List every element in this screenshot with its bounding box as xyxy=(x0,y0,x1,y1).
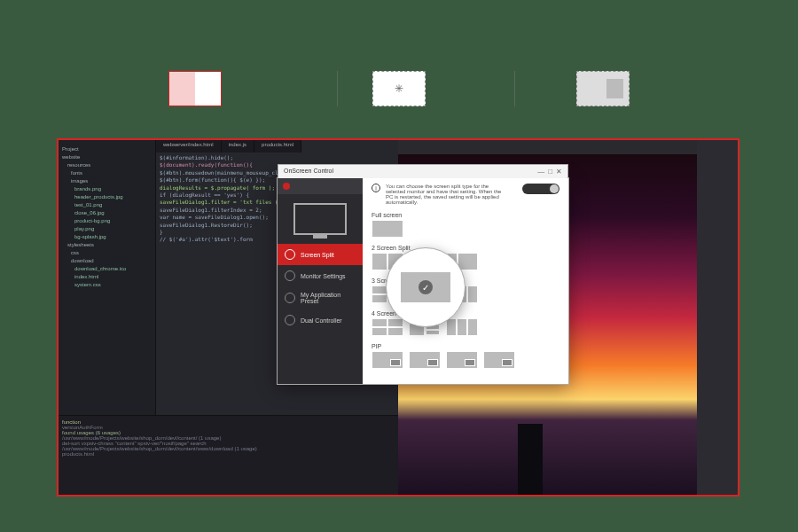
tree-file[interactable]: brands.png xyxy=(62,185,152,193)
dialog-sidebar: Screen Split Monitor Settings My Applica… xyxy=(278,178,363,384)
tree-file[interactable]: header_products.jpg xyxy=(62,193,152,201)
layout-full[interactable] xyxy=(372,220,403,238)
zoom-callout: ✓ xyxy=(386,247,466,327)
tree-root[interactable]: Project xyxy=(62,145,152,153)
layout-pip-2[interactable] xyxy=(409,351,441,369)
tree-file[interactable]: index.html xyxy=(62,273,152,281)
tree-folder[interactable]: stylesheets xyxy=(62,241,152,249)
sidebar-item-monitor-settings[interactable]: Monitor Settings xyxy=(278,265,363,286)
photo-toolbar[interactable] xyxy=(398,140,738,154)
tree-file[interactable]: test_01.png xyxy=(62,201,152,209)
grid-icon xyxy=(285,249,295,260)
layout-pip-4[interactable] xyxy=(483,351,515,369)
tree-file[interactable]: product-bg.png xyxy=(62,217,152,225)
minimize-icon[interactable]: — xyxy=(537,168,544,176)
mode-split-2[interactable] xyxy=(168,71,222,106)
layout-4a[interactable] xyxy=(372,318,403,336)
gear-icon xyxy=(285,270,295,281)
info-text: You can choose the screen split type for… xyxy=(386,184,510,205)
mode-pip[interactable] xyxy=(576,71,630,106)
tree-folder[interactable]: download xyxy=(62,257,152,265)
tree-file[interactable]: system.css xyxy=(62,281,152,289)
mode-center[interactable]: ✳ xyxy=(372,71,426,106)
info-icon: i xyxy=(372,184,380,192)
link-icon xyxy=(285,315,295,325)
layout-pip-1[interactable] xyxy=(372,351,403,369)
ultrawide-monitor-preview: Project website resources fonts images b… xyxy=(57,138,739,497)
editor-tab[interactable]: index.js xyxy=(222,140,254,153)
section-label-pip: PIP xyxy=(372,343,559,349)
tree-folder[interactable]: css xyxy=(62,249,152,257)
find-usages-panel[interactable]: function versionAuthForm found usages (6… xyxy=(59,415,398,495)
separator xyxy=(514,71,515,106)
tree-folder[interactable]: resources xyxy=(62,161,152,169)
mode-selector-row: ✳ xyxy=(0,71,798,106)
tree-folder[interactable]: images xyxy=(62,177,152,185)
info-row: i You can choose the screen split type f… xyxy=(372,184,559,205)
onscreen-control-dialog: OnScreen Control — □ ✕ Screen Split Moni… xyxy=(277,177,569,385)
tree-folder[interactable]: fonts xyxy=(62,169,152,177)
editor-tabs: webserver/index.html index.js products.h… xyxy=(156,140,301,153)
dialog-title-text: OnScreen Control xyxy=(284,168,333,176)
tree-file[interactable]: play.png xyxy=(62,225,152,233)
separator xyxy=(337,71,338,106)
photo-panels[interactable] xyxy=(697,140,738,495)
tree-file[interactable]: close_06.jpg xyxy=(62,209,152,217)
section-label-2: 2 Screen Split xyxy=(372,245,559,251)
monitor-icon xyxy=(293,203,347,235)
photo-subject xyxy=(518,424,543,495)
section-label-full: Full screen xyxy=(372,212,559,218)
hold-toggle[interactable] xyxy=(522,184,559,194)
tree-file[interactable]: bg-splash.jpg xyxy=(62,233,152,241)
dialog-titlebar[interactable]: OnScreen Control — □ ✕ xyxy=(278,164,568,178)
layout-4c[interactable] xyxy=(446,318,478,336)
editor-tab[interactable]: webserver/index.html xyxy=(156,140,222,153)
app-icon xyxy=(285,293,295,303)
window-controls: — □ ✕ xyxy=(537,168,562,176)
close-icon[interactable]: ✕ xyxy=(556,168,562,176)
maximize-icon[interactable]: □ xyxy=(548,168,552,176)
editor-tab[interactable]: products.html xyxy=(254,140,301,153)
tree-file[interactable]: download_chrome.ico xyxy=(62,265,152,273)
brand-dot-icon xyxy=(283,183,290,190)
sidebar-item-dual-controller[interactable]: Dual Controller xyxy=(278,309,363,331)
layout-pip-3[interactable] xyxy=(446,351,478,369)
sidebar-item-screen-split[interactable]: Screen Split xyxy=(278,244,363,265)
check-icon: ✓ xyxy=(419,280,433,294)
tree-folder[interactable]: website xyxy=(62,153,152,161)
brand-row xyxy=(278,178,363,194)
sidebar-item-app-preset[interactable]: My Application Preset xyxy=(278,286,363,309)
zoom-layout-preview: ✓ xyxy=(401,272,450,302)
